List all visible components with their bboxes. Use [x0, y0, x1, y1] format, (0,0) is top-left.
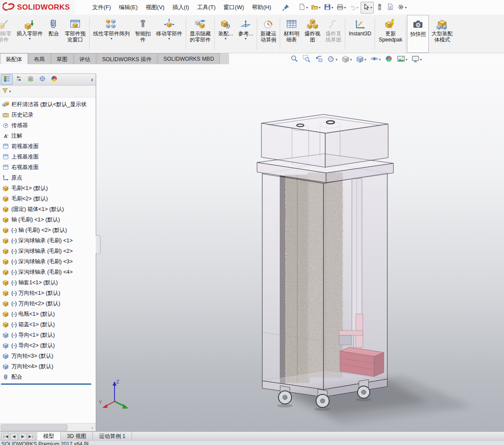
dropdown-arrow-icon[interactable]: ▾ [168, 37, 170, 41]
rebuild-button[interactable] [375, 2, 384, 13]
linear-component-pattern-button[interactable]: 线性零部件阵列▾ [90, 15, 132, 53]
tab-SOLIDWORKS MBD[interactable]: SOLIDWORKS MBD [158, 53, 220, 64]
dropdown-arrow-icon[interactable]: ▾ [245, 37, 247, 41]
tree-item-11[interactable]: 轴 (毛刷) <1> (默认) [0, 214, 96, 225]
dropdown-arrow-icon[interactable]: ▾ [344, 6, 346, 10]
file-properties-button[interactable] [386, 2, 395, 13]
undo-button[interactable]: ▾ [348, 2, 359, 13]
displaymanager-tab[interactable] [48, 74, 60, 85]
panel-splitter[interactable] [96, 235, 101, 254]
large-assembly-mode-button[interactable]: 大型装配 体模式 [429, 15, 455, 53]
tree-item-8[interactable]: 毛刷<1> (默认) [0, 183, 96, 193]
tree-item-24[interactable]: 万向轮<3> (默认) [0, 351, 96, 361]
panel-expand-chevron-icon[interactable]: › [88, 76, 96, 83]
filter-dropdown-arrow-icon[interactable]: ▾ [9, 90, 11, 93]
show-hidden-components-button[interactable]: 显示隐藏 的零部件 [187, 15, 213, 53]
first-tab-button[interactable]: ❘◀ [1, 433, 9, 440]
tree-item-5[interactable]: 上视基准面 [0, 152, 96, 162]
dropdown-arrow-icon[interactable]: ▾ [225, 37, 226, 41]
dropdown-arrow-icon[interactable]: ▾ [29, 37, 31, 41]
reference-geometry-button[interactable]: 参考...▾ [236, 15, 256, 53]
tree-item-0[interactable]: 栏杆清洁器 (默认<默认_显示状 [0, 99, 96, 110]
dropdown-arrow-icon[interactable]: ▾ [405, 6, 407, 10]
insert-component-button[interactable]: 插入零部件▾ [14, 15, 45, 53]
tab-装配体[interactable]: 装配体 [0, 53, 28, 64]
tree-item-10[interactable]: (固定) 箱体<1> (默认) [0, 204, 96, 214]
tree-item-9[interactable]: 毛刷<2> (默认) [0, 193, 96, 204]
bill-of-materials-button[interactable]: 材料明 细表 [281, 15, 302, 53]
tab-草图[interactable]: 草图 [51, 53, 73, 64]
tree-item-14[interactable]: (-) 深沟球轴承 (毛刷) <2> [0, 246, 96, 256]
menu-item-3[interactable]: 插入(I) [168, 2, 193, 13]
dropdown-arrow-icon[interactable]: ▾ [331, 6, 333, 10]
tab-评估[interactable]: 评估 [74, 53, 96, 64]
scrollbar-right-arrow-icon[interactable]: › [89, 425, 96, 430]
assembly-features-button[interactable]: 装配...▾ [216, 15, 236, 53]
new-document-button[interactable]: ▾ [297, 2, 309, 13]
propertymanager-tab[interactable] [13, 74, 24, 85]
instant3d-button[interactable]: Instant3D [346, 15, 374, 53]
tree-item-19[interactable]: (-) 万向轮<2> (默认) [0, 298, 96, 309]
tab-布局[interactable]: 布局 [28, 53, 51, 64]
document-tab-1[interactable]: 3D 视图 [61, 432, 93, 441]
menu-item-6[interactable]: 帮助(H) [248, 2, 275, 13]
document-tab-0[interactable]: 模型 [37, 432, 61, 441]
tree-item-6[interactable]: 右视基准面 [0, 162, 96, 172]
select-button[interactable]: ▾ [361, 2, 374, 14]
model-3d-view[interactable]: Z Y [96, 53, 504, 431]
document-tab-2[interactable]: 运动算例 1 [93, 432, 132, 441]
menu-item-4[interactable]: 工具(T) [193, 2, 220, 13]
filter-row[interactable]: ▾ [0, 86, 96, 97]
menu-item-0[interactable]: 文件(F) [88, 2, 115, 13]
dropdown-arrow-icon[interactable]: ▾ [306, 6, 308, 10]
tree-item-25[interactable]: 万向轮<4> (默认) [0, 361, 96, 372]
featuremanager-tab[interactable] [1, 74, 13, 85]
last-tab-button[interactable]: ▶❘ [28, 433, 35, 440]
smart-fasteners-button[interactable]: 智能扣 件 [132, 15, 153, 53]
tree-item-13[interactable]: (-) 深沟球轴承 (毛刷) <1> [0, 235, 96, 246]
pin-icon[interactable] [282, 4, 289, 11]
print-button[interactable]: ▾ [335, 2, 347, 13]
component-preview-window-button[interactable]: 零部件预 览窗口 [62, 15, 88, 53]
dropdown-arrow-icon[interactable]: ▾ [370, 6, 372, 10]
explode-line-sketch-button[interactable]: 爆炸直 线草图 [323, 15, 344, 53]
panel-scrollbar[interactable]: › [0, 423, 96, 431]
tree-item-15[interactable]: (-) 深沟球轴承 (毛刷) <3> [0, 256, 96, 267]
mate-button[interactable]: 配合 [45, 15, 62, 53]
next-tab-button[interactable]: ▶ [19, 433, 27, 440]
tree-item-26[interactable]: 配合 [0, 372, 96, 382]
update-speedpak-button[interactable]: 更新 Speedpak [376, 15, 405, 53]
tree-item-23[interactable]: (-) 导向<2> (默认) [0, 340, 96, 351]
dropdown-arrow-icon[interactable]: ▾ [319, 6, 320, 10]
tree-item-2[interactable]: 传感器 [0, 120, 96, 131]
scrollbar-thumb[interactable] [1, 424, 67, 431]
tree-item-16[interactable]: (-) 深沟球轴承 (毛刷) <4> [0, 267, 96, 277]
menu-item-5[interactable]: 窗口(W) [219, 2, 248, 13]
dropdown-arrow-icon[interactable]: ▾ [357, 6, 358, 10]
tree-item-12[interactable]: (-) 轴 (毛刷) <2> (默认) [0, 225, 96, 235]
take-snapshot-button[interactable]: 拍快照 [407, 15, 429, 53]
tree-item-22[interactable]: (-) 导向<1> (默认) [0, 330, 96, 340]
exploded-view-button[interactable]: 爆炸视 图 [302, 15, 323, 53]
configurationmanager-tab[interactable] [24, 74, 36, 85]
dimxpertmanager-tab[interactable] [36, 74, 48, 85]
tree-item-1[interactable]: 历史记录 [0, 110, 96, 120]
tree-item-17[interactable]: (-) 轴套1<1> (默认) [0, 277, 96, 288]
tree-item-3[interactable]: A注解 [0, 131, 96, 141]
move-component-button[interactable]: 移动零部件▾ [153, 15, 185, 53]
options-button[interactable]: ▾ [396, 2, 407, 13]
dropdown-arrow-icon[interactable]: ▾ [111, 37, 112, 41]
new-motion-study-button[interactable]: 新建运 动算例 [258, 15, 279, 53]
tree-item-7[interactable]: 原点 [0, 172, 96, 183]
tree-item-18[interactable]: (-) 万向轮<1> (默认) [0, 288, 96, 298]
edit-component-button[interactable]: 编辑零 部件 [0, 15, 14, 53]
tab-SOLIDWORKS 插件[interactable]: SOLIDWORKS 插件 [97, 53, 157, 64]
tree-item-20[interactable]: (-) 电瓶<1> (默认) [0, 309, 96, 319]
tree-item-4[interactable]: 前视基准面 [0, 141, 96, 152]
open-button[interactable]: ▾ [310, 2, 321, 13]
menu-item-1[interactable]: 编辑(E) [115, 2, 142, 13]
save-button[interactable]: ▾ [323, 2, 334, 13]
menu-item-2[interactable]: 视图(V) [142, 2, 168, 13]
tree-item-21[interactable]: (-) 箱盖<1> (默认) [0, 319, 96, 330]
prev-tab-button[interactable]: ◀ [10, 433, 18, 440]
